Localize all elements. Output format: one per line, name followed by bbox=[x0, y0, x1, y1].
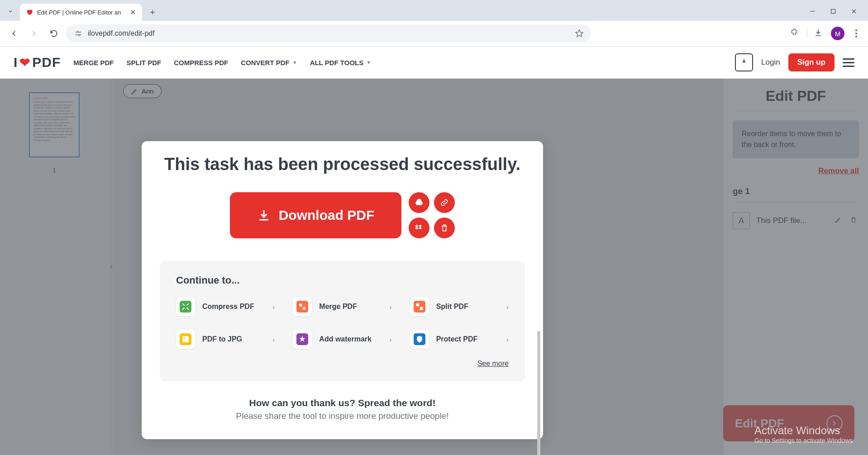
reload-button[interactable] bbox=[46, 26, 62, 41]
profile-avatar[interactable]: M bbox=[831, 27, 844, 40]
see-more-wrapper: See more bbox=[176, 360, 509, 368]
tool-icon-box bbox=[410, 297, 429, 316]
tool-pdf-to-jpg[interactable]: PDF to JPG› bbox=[176, 330, 275, 349]
tool-add-watermark[interactable]: Add watermark› bbox=[293, 330, 391, 349]
heart-icon bbox=[25, 8, 33, 16]
forward-button[interactable] bbox=[26, 26, 42, 41]
desktop-app-button[interactable] bbox=[735, 53, 753, 71]
url-text: ilovepdf.com/edit-pdf bbox=[88, 29, 155, 38]
tool-name: PDF to JPG bbox=[202, 335, 265, 343]
close-icon[interactable]: ✕ bbox=[129, 8, 137, 16]
chevron-right-icon: › bbox=[390, 336, 392, 343]
signup-button[interactable]: Sign up bbox=[788, 53, 835, 71]
delete-file-button[interactable] bbox=[434, 218, 455, 238]
download-icon bbox=[257, 209, 271, 222]
download-pdf-button[interactable]: Download PDF bbox=[230, 192, 402, 238]
reload-icon bbox=[49, 29, 58, 38]
new-tab-button[interactable] bbox=[146, 5, 159, 19]
caret-down-icon: ▼ bbox=[292, 60, 297, 65]
download-icon bbox=[814, 28, 823, 37]
tab-search-dropdown[interactable] bbox=[4, 5, 17, 18]
tool-merge-pdf[interactable]: Merge PDF› bbox=[293, 297, 391, 316]
tool-icon-box bbox=[293, 297, 312, 316]
tool-icon-box bbox=[410, 330, 429, 349]
trash-icon bbox=[440, 223, 449, 232]
minimize-button[interactable] bbox=[802, 4, 823, 19]
logo[interactable]: I ❤ PDF bbox=[14, 55, 61, 70]
tool-icon bbox=[414, 301, 425, 313]
link-icon bbox=[440, 198, 449, 207]
tool-split-pdf[interactable]: Split PDF› bbox=[410, 297, 509, 316]
tab-title: Edit PDF | Online PDF Editor an bbox=[37, 9, 125, 16]
login-link[interactable]: Login bbox=[761, 58, 780, 67]
tool-protect-pdf[interactable]: Protect PDF› bbox=[410, 330, 509, 349]
watermark-title: Activate Windows bbox=[754, 424, 854, 437]
chevron-right-icon: › bbox=[272, 336, 275, 343]
header-right: Login Sign up bbox=[735, 53, 854, 71]
browser-menu-button[interactable] bbox=[851, 29, 862, 38]
star-icon bbox=[575, 29, 584, 38]
continue-section: Continue to... Compress PDF›Merge PDF›Sp… bbox=[160, 261, 525, 381]
monitor-download-icon bbox=[739, 57, 749, 67]
copy-link-button[interactable] bbox=[434, 192, 455, 213]
browser-tab-strip: Edit PDF | Online PDF Editor an ✕ bbox=[0, 0, 868, 21]
chevron-down-icon bbox=[7, 8, 14, 14]
tool-icon bbox=[180, 333, 191, 345]
download-label: Download PDF bbox=[279, 208, 375, 223]
logo-prefix: I bbox=[14, 55, 18, 70]
watermark-subtitle: Go to Settings to activate Windows. bbox=[754, 437, 854, 444]
site-info-icon[interactable] bbox=[73, 28, 83, 38]
tool-icon-box bbox=[293, 330, 312, 349]
extensions-button[interactable] bbox=[790, 28, 801, 39]
nav-merge-pdf[interactable]: MERGE PDF bbox=[73, 59, 114, 66]
save-to-drive-button[interactable] bbox=[409, 192, 429, 213]
address-bar[interactable]: ilovepdf.com/edit-pdf bbox=[66, 24, 591, 43]
menu-button[interactable] bbox=[843, 58, 854, 67]
windows-activation-watermark: Activate Windows Go to Settings to activ… bbox=[754, 424, 854, 444]
divider bbox=[807, 28, 807, 38]
downloads-button[interactable] bbox=[814, 28, 825, 39]
modal-title: This task has been processed successfull… bbox=[160, 155, 525, 174]
tool-name: Merge PDF bbox=[319, 303, 382, 311]
svg-rect-0 bbox=[831, 9, 835, 14]
tool-icon bbox=[296, 333, 308, 345]
svg-point-2 bbox=[184, 338, 185, 339]
tool-name: Split PDF bbox=[436, 303, 499, 311]
tool-name: Compress PDF bbox=[202, 303, 265, 311]
tool-compress-pdf[interactable]: Compress PDF› bbox=[176, 297, 275, 316]
svg-rect-1 bbox=[182, 336, 188, 342]
browser-tab[interactable]: Edit PDF | Online PDF Editor an ✕ bbox=[20, 4, 142, 21]
save-to-dropbox-button[interactable] bbox=[409, 218, 429, 238]
arrow-left-icon bbox=[10, 29, 19, 38]
nav-all-tools[interactable]: ALL PDF TOOLS▼ bbox=[310, 59, 372, 66]
content-area: Lorem PDF Lorem ipsum dolor sit amet con… bbox=[0, 79, 868, 455]
tool-icon bbox=[296, 301, 308, 313]
scrollbar[interactable] bbox=[537, 331, 540, 455]
window-controls bbox=[802, 4, 864, 19]
nav-compress-pdf[interactable]: COMPRESS PDF bbox=[174, 59, 228, 66]
nav-convert-pdf[interactable]: CONVERT PDF▼ bbox=[241, 59, 297, 66]
browser-toolbar: ilovepdf.com/edit-pdf M bbox=[0, 21, 868, 47]
close-window-button[interactable] bbox=[844, 4, 864, 19]
tool-icon-box bbox=[176, 297, 195, 316]
maximize-button[interactable] bbox=[823, 4, 844, 19]
tool-icon-box bbox=[176, 330, 195, 349]
see-more-link[interactable]: See more bbox=[477, 360, 509, 367]
site-header: I ❤ PDF MERGE PDF SPLIT PDF COMPRESS PDF… bbox=[0, 47, 868, 79]
bookmark-button[interactable] bbox=[575, 29, 584, 38]
share-title: How can you thank us? Spread the word! bbox=[160, 398, 525, 408]
continue-title: Continue to... bbox=[176, 275, 509, 286]
back-button[interactable] bbox=[6, 26, 22, 41]
caret-down-icon: ▼ bbox=[366, 60, 371, 65]
tool-icon bbox=[180, 301, 191, 313]
nav-split-pdf[interactable]: SPLIT PDF bbox=[127, 59, 162, 66]
tool-name: Add watermark bbox=[319, 335, 382, 343]
heart-icon: ❤ bbox=[19, 55, 30, 70]
tool-icon bbox=[414, 333, 425, 345]
arrow-right-icon bbox=[29, 29, 38, 38]
chevron-right-icon: › bbox=[506, 336, 509, 343]
puzzle-icon bbox=[790, 28, 799, 37]
success-modal: This task has been processed successfull… bbox=[142, 141, 543, 439]
logo-suffix: PDF bbox=[32, 55, 61, 70]
tools-grid: Compress PDF›Merge PDF›Split PDF›PDF to … bbox=[176, 297, 509, 349]
